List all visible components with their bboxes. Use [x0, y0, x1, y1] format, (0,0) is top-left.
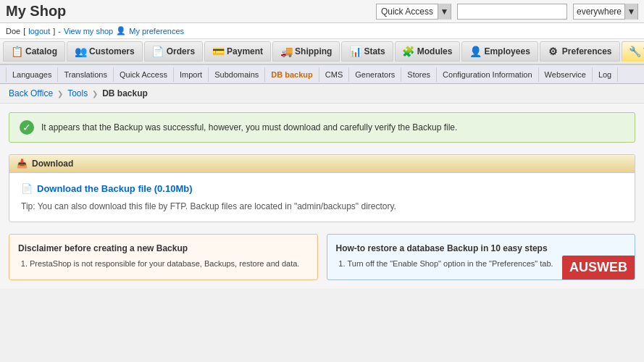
search-input[interactable] — [458, 7, 566, 17]
subnav-stores[interactable]: Stores — [401, 67, 437, 82]
subnav-subdomains[interactable]: Subdomains — [209, 67, 265, 82]
quick-access-label: Quick Access — [377, 7, 438, 17]
main-nav: 📋Catalog👥Customers📄Orders💳Payment🚚Shippi… — [0, 39, 644, 65]
subnav-cms[interactable]: CMS — [319, 67, 349, 82]
subnav-translations[interactable]: Translations — [58, 67, 114, 82]
subnav-languages[interactable]: Languages — [6, 67, 58, 82]
nav-tab-payment[interactable]: 💳Payment — [204, 41, 271, 62]
shop-title: My Shop — [6, 3, 185, 20]
catalog-nav-label: Catalog — [25, 46, 57, 56]
success-icon: ✓ — [20, 120, 34, 135]
employees-nav-label: Employees — [484, 46, 530, 56]
nav-tab-modules[interactable]: 🧩Modules — [395, 41, 461, 62]
preferences-nav-icon: ⚙ — [548, 46, 559, 57]
howto-panel: How-to restore a database Backup in 10 e… — [327, 234, 636, 280]
user-bar: Doe [ logout ] - View my shop 👤 My prefe… — [0, 23, 644, 39]
download-panel: 📥 Download 📄 Download the Backup file (0… — [9, 154, 635, 222]
orders-nav-icon: 📄 — [152, 46, 164, 57]
tools-nav-icon: 🔧 — [630, 46, 641, 57]
download-backup-link[interactable]: 📄 Download the Backup file (0.10Mb) — [21, 183, 623, 194]
nav-tab-shipping[interactable]: 🚚Shipping — [272, 41, 340, 62]
nav-tab-catalog[interactable]: 📋Catalog — [3, 41, 65, 62]
search-container — [457, 4, 567, 20]
catalog-nav-icon: 📋 — [11, 46, 22, 57]
download-panel-body: 📄 Download the Backup file (0.10Mb) Tip:… — [9, 173, 635, 222]
subnav-generators[interactable]: Generators — [349, 67, 401, 82]
my-preferences-link[interactable]: My preferences — [129, 27, 184, 35]
orders-nav-label: Orders — [167, 46, 195, 56]
employees-nav-icon: 👤 — [469, 46, 481, 57]
quick-access-arrow-icon[interactable]: ▼ — [438, 4, 451, 20]
subnav-import[interactable]: Import — [174, 67, 209, 82]
download-panel-title: Download — [32, 159, 73, 169]
breadcrumb-separator: ❯ — [92, 90, 98, 98]
preferences-nav-label: Preferences — [562, 46, 612, 56]
breadcrumb-item-1[interactable]: Tools — [67, 88, 88, 98]
download-link-text: Download the Backup file (0.10Mb) — [37, 183, 193, 194]
subnav-db-backup[interactable]: DB backup — [265, 67, 319, 82]
user-icon: 👤 — [116, 26, 126, 35]
bottom-panels: Disclaimer before creating a new Backup … — [9, 234, 635, 280]
quick-access-dropdown[interactable]: Quick Access ▼ — [376, 4, 451, 20]
nav-tab-tools[interactable]: 🔧Tools — [622, 41, 644, 62]
success-message: ✓ It appears that the Backup was success… — [9, 112, 635, 143]
disclaimer-title: Disclaimer before creating a new Backup — [18, 243, 309, 253]
nav-tab-employees[interactable]: 👤Employees — [461, 41, 538, 62]
payment-nav-icon: 💳 — [212, 46, 224, 57]
download-panel-header: 📥 Download — [9, 155, 635, 173]
breadcrumb-separator: ❯ — [57, 90, 63, 98]
payment-nav-label: Payment — [227, 46, 263, 56]
success-text: It appears that the Backup was successfu… — [41, 122, 457, 132]
everywhere-label: everywhere — [574, 7, 624, 17]
download-panel-icon: 📥 — [17, 159, 28, 169]
breadcrumb-item-2: DB backup — [102, 88, 148, 98]
username: Doe — [6, 27, 20, 35]
disclaimer-item-1: PrestaShop is not responsible for your d… — [30, 259, 309, 268]
subnav-quick-access[interactable]: Quick Access — [114, 67, 174, 82]
subnav-webservice[interactable]: Webservice — [539, 67, 593, 82]
stats-nav-icon: 📊 — [349, 46, 361, 57]
customers-nav-icon: 👥 — [75, 46, 86, 57]
sub-nav: LanguagesTranslationsQuick AccessImportS… — [0, 65, 644, 84]
shipping-nav-icon: 🚚 — [280, 46, 292, 57]
nav-tab-orders[interactable]: 📄Orders — [144, 41, 203, 62]
nav-tab-customers[interactable]: 👥Customers — [67, 41, 143, 62]
stats-nav-label: Stats — [364, 46, 385, 56]
top-bar: My Shop Quick Access ▼ everywhere ▼ — [0, 0, 644, 23]
tip-text: Tip: You can also download this file by … — [21, 201, 623, 211]
breadcrumb-item-0[interactable]: Back Office — [9, 88, 53, 98]
content: ✓ It appears that the Backup was success… — [0, 104, 644, 289]
nav-tab-preferences[interactable]: ⚙Preferences — [540, 41, 620, 62]
subnav-log[interactable]: Log — [593, 67, 618, 82]
view-shop-link[interactable]: View my shop — [64, 27, 113, 35]
ausweb-badge: AUSWEB — [562, 256, 635, 279]
subnav-configuration-information[interactable]: Configuration Information — [437, 67, 539, 82]
customers-nav-label: Customers — [89, 46, 135, 56]
modules-nav-icon: 🧩 — [403, 46, 414, 57]
everywhere-dropdown[interactable]: everywhere ▼ — [573, 4, 638, 20]
shipping-nav-label: Shipping — [295, 46, 332, 56]
disclaimer-panel: Disclaimer before creating a new Backup … — [9, 234, 318, 280]
breadcrumb-bar: Back Office❯Tools❯DB backup — [0, 84, 644, 104]
modules-nav-label: Modules — [417, 46, 453, 56]
everywhere-arrow-icon[interactable]: ▼ — [624, 4, 637, 20]
logout-link[interactable]: logout — [28, 27, 50, 35]
download-file-icon: 📄 — [21, 183, 33, 194]
nav-tab-stats[interactable]: 📊Stats — [341, 41, 393, 62]
howto-title: How-to restore a database Backup in 10 e… — [336, 243, 627, 253]
disclaimer-list: PrestaShop is not responsible for your d… — [18, 259, 309, 268]
